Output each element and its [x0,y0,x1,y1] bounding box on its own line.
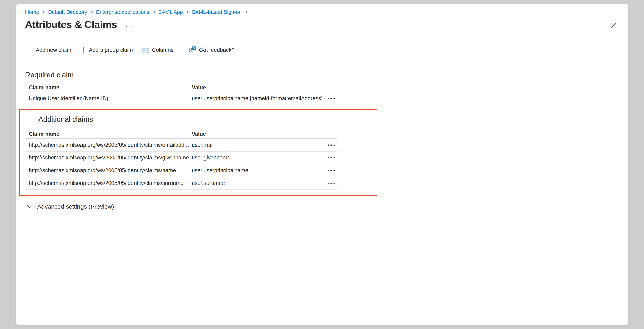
breadcrumb-separator-icon: > [152,8,155,16]
attributes-claims-panel: Home > Default Directory > Enterprise ap… [16,4,628,325]
plus-icon [80,47,86,53]
claim-name-cell: http://schemas.xmlsoap.org/ws/2005/05/id… [25,167,192,174]
breadcrumb-separator-icon: > [90,8,93,16]
column-header-claim-name: Claim name [25,84,192,91]
page-background: Home > Default Directory > Enterprise ap… [0,0,644,329]
columns-button[interactable]: Columns [140,46,176,54]
claim-name-cell: http://schemas.xmlsoap.org/ws/2005/05/id… [25,155,192,161]
row-more-icon[interactable] [326,143,336,147]
row-more-icon[interactable] [326,181,336,186]
context-menu-icon[interactable] [124,24,134,28]
columns-icon [142,47,149,53]
plus-icon [27,47,33,53]
breadcrumb-home[interactable]: Home [25,9,39,15]
claim-name-cell: http://schemas.xmlsoap.org/ws/2005/05/id… [25,142,192,148]
advanced-settings-label: Advanced settings (Preview) [37,203,114,210]
close-icon [611,22,617,28]
row-more-icon[interactable] [326,96,336,101]
command-bar: Add new claim Add a group claim Columns [25,45,241,54]
page-title: Attributes & Claims [25,18,117,31]
required-claim-heading: Required claim [25,70,74,79]
breadcrumb-default-directory[interactable]: Default Directory [48,9,87,15]
additional-claims-heading: Additional claims [38,115,93,124]
column-header-value: Value [192,84,326,91]
column-header-claim-name: Claim name [25,131,192,137]
claim-value-cell: user.givenname [192,155,326,161]
advanced-settings-toggle[interactable]: Advanced settings (Preview) [25,202,116,211]
breadcrumb-enterprise-applications[interactable]: Enterprise applications [96,9,149,15]
row-more-icon[interactable] [326,168,336,173]
page-header: Attributes & Claims [25,18,134,31]
breadcrumb-separator-icon: > [186,8,189,16]
breadcrumb-saml-based-sign-on[interactable]: SAML-based Sign-on [192,9,242,15]
claim-value-cell: user.surname [192,180,326,186]
claim-value-cell: user.mail [192,142,326,148]
feedback-person-icon [188,46,196,53]
add-new-claim-label: Add new claim [36,47,72,53]
column-header-value: Value [192,131,326,137]
close-button[interactable] [609,20,618,30]
table-header-row: Claim name Value [25,130,337,139]
row-more-icon[interactable] [326,156,336,160]
table-row[interactable]: http://schemas.xmlsoap.org/ws/2005/05/id… [25,164,337,177]
chevron-down-icon [27,205,32,208]
required-claim-table: Claim name Value Unique User Identifier … [25,83,337,105]
toolbar-divider [182,47,182,53]
breadcrumb-separator-icon: > [245,8,248,16]
claim-name-cell: Unique User Identifier (Name ID) [25,95,192,102]
got-feedback-label: Got feedback? [199,47,234,53]
additional-claims-table: Claim name Value http://schemas.xmlsoap.… [25,130,337,190]
breadcrumb-separator-icon: > [42,8,45,16]
claim-value-cell: user.userprincipalname [nameid-format:em… [192,95,326,102]
table-row[interactable]: Unique User Identifier (Name ID) user.us… [25,92,337,105]
breadcrumb-saml-app[interactable]: SAML App [158,9,183,15]
columns-label: Columns [152,47,174,53]
add-group-claim-button[interactable]: Add a group claim [78,46,135,54]
table-header-row: Claim name Value [25,83,337,92]
add-group-claim-label: Add a group claim [89,47,133,53]
claim-name-cell: http://schemas.xmlsoap.org/ws/2005/05/id… [25,180,192,186]
toolbar-rule [25,56,620,56]
table-row[interactable]: http://schemas.xmlsoap.org/ws/2005/05/id… [25,152,337,164]
got-feedback-button[interactable]: Got feedback? [186,45,237,54]
add-new-claim-button[interactable]: Add new claim [25,46,74,54]
table-row[interactable]: http://schemas.xmlsoap.org/ws/2005/05/id… [25,139,337,152]
claim-value-cell: user.userprincipalname [192,167,326,174]
table-row[interactable]: http://schemas.xmlsoap.org/ws/2005/05/id… [25,177,337,190]
breadcrumb: Home > Default Directory > Enterprise ap… [25,9,250,15]
